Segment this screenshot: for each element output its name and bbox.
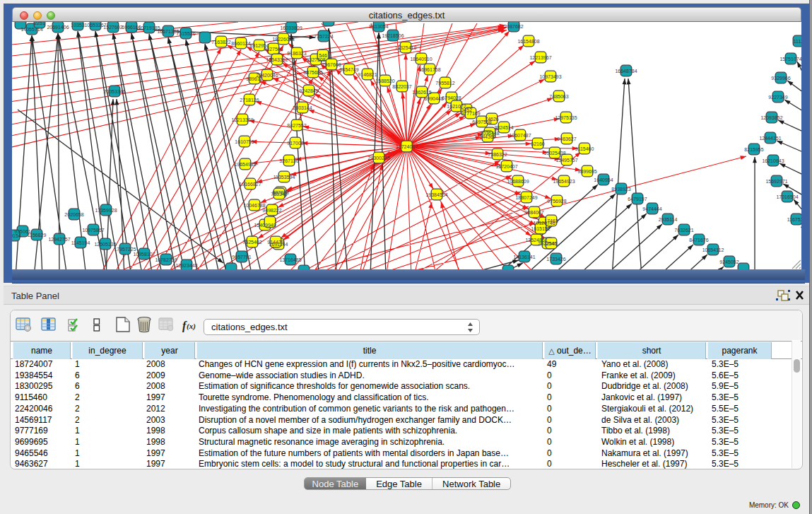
svg-text:10607487: 10607487: [509, 133, 531, 138]
svg-text:2718126: 2718126: [240, 98, 259, 103]
svg-text:12942757: 12942757: [48, 237, 70, 242]
svg-text:16782759: 16782759: [155, 257, 177, 262]
svg-text:9463627: 9463627: [557, 136, 576, 141]
svg-text:8215955: 8215955: [744, 147, 763, 152]
svg-text:39154: 39154: [12, 233, 21, 238]
svg-text:2546: 2546: [546, 241, 557, 246]
svg-text:7955812: 7955812: [435, 81, 454, 86]
svg-text:14055714: 14055714: [20, 27, 42, 32]
svg-text:20691406: 20691406: [47, 25, 69, 30]
svg-text:1527602: 1527602: [103, 25, 122, 30]
svg-text:12923448: 12923448: [175, 263, 197, 268]
svg-text:15751074: 15751074: [779, 57, 801, 62]
svg-text:9245052: 9245052: [719, 259, 739, 264]
svg-text:10353: 10353: [71, 23, 85, 28]
svg-text:1588520: 1588520: [375, 78, 394, 83]
svg-text:12975135: 12975135: [555, 115, 577, 120]
svg-text:9146821: 9146821: [358, 72, 377, 77]
svg-text:15720407: 15720407: [495, 164, 517, 169]
svg-text:19166827: 19166827: [239, 182, 261, 187]
svg-text:10025438: 10025438: [543, 151, 565, 156]
svg-text:7357224: 7357224: [314, 34, 333, 39]
svg-text:29300275: 29300275: [367, 156, 389, 160]
svg-text:10654112: 10654112: [702, 247, 724, 252]
svg-text:9327503: 9327503: [264, 47, 283, 52]
svg-text:16210643: 16210643: [762, 158, 784, 163]
svg-text:74626: 74626: [485, 117, 499, 122]
svg-text:15409948: 15409948: [254, 223, 276, 228]
svg-text:16543362: 16543362: [266, 57, 288, 62]
svg-text:1362615: 1362615: [412, 90, 431, 95]
svg-text:9115460: 9115460: [575, 146, 594, 151]
svg-text:1610755: 1610755: [235, 139, 254, 144]
svg-text:8813054: 8813054: [369, 24, 388, 29]
svg-text:1733426: 1733426: [546, 257, 565, 262]
svg-text:16961758: 16961758: [418, 67, 440, 72]
svg-text:1145194: 1145194: [71, 240, 90, 245]
svg-text:9474444: 9474444: [642, 206, 661, 211]
svg-text:18724007: 18724007: [396, 144, 418, 149]
svg-text:989612: 989612: [246, 76, 262, 81]
svg-text:16648784: 16648784: [615, 69, 637, 74]
svg-text:2935114: 2935114: [659, 217, 678, 222]
svg-text:18640910: 18640910: [410, 57, 432, 62]
svg-text:17359928: 17359928: [95, 208, 117, 213]
svg-text:9756928: 9756928: [547, 199, 566, 204]
svg-text:6479197: 6479197: [628, 197, 647, 201]
svg-text:16033809: 16033809: [280, 25, 302, 30]
svg-text:9777169: 9777169: [461, 111, 480, 116]
svg-text:3267130: 3267130: [279, 158, 298, 163]
svg-text:12444151: 12444151: [759, 136, 781, 141]
svg-text:7515526: 7515526: [176, 31, 195, 36]
svg-text:10975867: 10975867: [82, 228, 104, 233]
svg-text:8471676: 8471676: [689, 238, 708, 243]
svg-text:2251: 2251: [34, 22, 45, 25]
svg-text:3824514: 3824514: [494, 125, 513, 130]
svg-text:13495757: 13495757: [555, 158, 577, 163]
svg-text:544360: 544360: [479, 134, 495, 139]
svg-text:9329966: 9329966: [771, 76, 790, 81]
svg-text:8186323: 8186323: [287, 51, 306, 56]
svg-text:12093852: 12093852: [760, 115, 782, 120]
svg-text:1112: 1112: [794, 39, 801, 44]
svg-text:9899695: 9899695: [577, 169, 596, 174]
svg-text:10958107: 10958107: [133, 252, 155, 257]
svg-text:9657791: 9657791: [232, 255, 251, 259]
svg-text:783342: 783342: [271, 192, 287, 197]
svg-text:10046788: 10046788: [243, 203, 265, 208]
svg-text:19654923: 19654923: [553, 179, 575, 184]
svg-text:1156829: 1156829: [28, 233, 47, 238]
svg-text:10973493: 10973493: [539, 74, 561, 79]
svg-text:15692971: 15692971: [765, 179, 787, 184]
svg-text:17463: 17463: [544, 218, 558, 223]
svg-text:10688609: 10688609: [507, 179, 529, 184]
svg-text:2087682: 2087682: [504, 24, 523, 29]
svg-text:7625402: 7625402: [242, 240, 261, 245]
svg-text:2967608: 2967608: [322, 62, 341, 67]
svg-text:8938923: 8938923: [611, 187, 630, 192]
svg-text:19384554: 19384554: [425, 192, 447, 197]
svg-text:20053346: 20053346: [103, 89, 125, 94]
svg-text:8660124: 8660124: [231, 41, 250, 46]
svg-text:9327508: 9327508: [306, 57, 325, 62]
svg-text:9227349: 9227349: [768, 95, 787, 100]
svg-text:2803144: 2803144: [293, 105, 312, 110]
svg-text:7386322: 7386322: [488, 152, 507, 157]
svg-text:8990448: 8990448: [424, 96, 443, 101]
svg-text:9242845: 9242845: [299, 88, 318, 93]
svg-text:914479: 914479: [267, 240, 283, 245]
svg-text:62160: 62160: [531, 141, 545, 146]
svg-text:3875685: 3875685: [303, 70, 322, 75]
svg-text:17016504: 17016504: [776, 194, 798, 199]
svg-text:8454749: 8454749: [339, 67, 358, 72]
svg-text:917008: 917008: [287, 141, 303, 146]
svg-text:1640954: 1640954: [594, 177, 613, 182]
svg-text:1167534: 1167534: [787, 217, 801, 222]
svg-text:7632621: 7632621: [674, 228, 693, 233]
svg-text:16154808: 16154808: [517, 39, 539, 44]
svg-text:19218506: 19218506: [382, 33, 404, 38]
svg-text:18807249: 18807249: [515, 195, 537, 200]
svg-text:12505135: 12505135: [94, 242, 116, 247]
svg-text:13716485: 13716485: [279, 257, 301, 262]
svg-text:12213967: 12213967: [529, 55, 551, 60]
